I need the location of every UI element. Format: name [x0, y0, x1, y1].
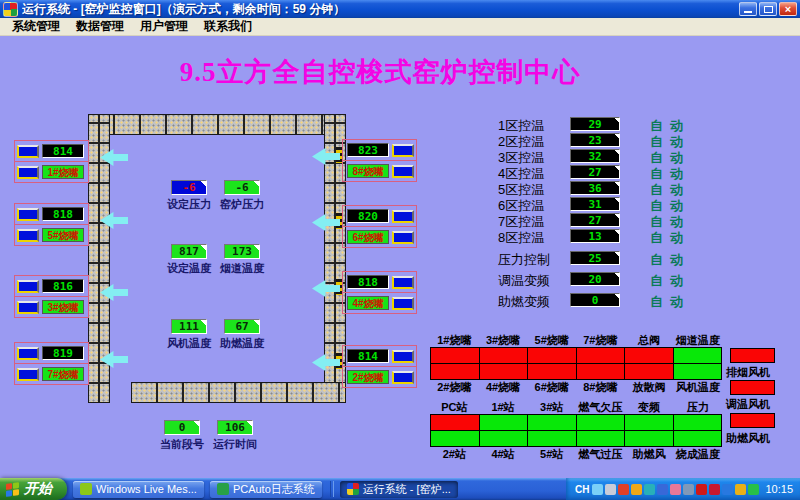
status-cell [673, 364, 723, 380]
tray-icon[interactable] [748, 484, 759, 495]
menu-system-management[interactable]: 系统管理 [4, 18, 68, 35]
minimize-button[interactable] [739, 2, 757, 16]
flue-temp-display: 173 [224, 244, 260, 259]
tray-icon[interactable] [657, 484, 668, 495]
status-cell [479, 431, 529, 447]
tray-icon[interactable] [722, 484, 733, 495]
status-grid-stations: PC站 1#站 3#站 燃气欠压 变频 压力 2#站 4#站 5#站 燃气过压 … [430, 400, 722, 461]
valve-indicator [17, 301, 39, 314]
restore-button[interactable] [759, 2, 777, 16]
status-cell [479, 347, 529, 364]
tray-icon[interactable] [644, 484, 655, 495]
grid-label: 风机温度 [673, 380, 722, 394]
burner-row: 8#烧嘴 [343, 160, 416, 181]
status-cell [527, 364, 577, 380]
grid-label: 4#站 [479, 447, 528, 461]
grid-label: PC站 [430, 400, 479, 414]
tray-icon[interactable] [683, 484, 694, 495]
burner-row: 1#烧嘴 [15, 161, 88, 182]
close-button[interactable]: × [779, 2, 797, 16]
menu-contact-us[interactable]: 联系我们 [196, 18, 260, 35]
burner-row: 7#烧嘴 [15, 363, 88, 384]
tray-icon[interactable] [592, 484, 603, 495]
grid-top-labels: PC站 1#站 3#站 燃气欠压 变频 压力 [430, 400, 722, 414]
taskbar-button-runtime-system[interactable]: 运行系统 - [窑炉... [340, 481, 458, 498]
run-status-readouts: 0当前段号 106运行时间 [160, 420, 257, 452]
taskbar-button-pcauto-log[interactable]: PCAuto日志系统 [210, 481, 322, 498]
grid-label: 2#烧嘴 [430, 380, 479, 394]
status-cell [430, 431, 480, 447]
burner-temp-display: 820 [347, 209, 389, 223]
control-row-zone-4: 4区控温27自 动 [498, 165, 730, 181]
burner-row: 814 [15, 141, 88, 161]
burner-temp-display: 814 [42, 144, 84, 158]
current-segment-label: 当前段号 [160, 437, 204, 452]
messenger-icon [80, 483, 92, 495]
menu-data-management[interactable]: 数据管理 [68, 18, 132, 35]
tray-icon[interactable] [670, 484, 681, 495]
tray-icon[interactable] [735, 484, 746, 495]
status-cell [576, 347, 626, 364]
tray-icon[interactable] [709, 484, 720, 495]
status-cell [624, 364, 674, 380]
windows-logo-icon [6, 482, 19, 497]
valve-indicator [17, 280, 39, 293]
auto-mode-toggle[interactable]: 自 动 [650, 229, 683, 247]
control-row-zone-8: 8区控温13自 动 [498, 229, 730, 245]
valve-indicator [17, 166, 39, 179]
control-label: 助燃变频 [498, 293, 550, 311]
grid-label: 7#烧嘴 [576, 333, 625, 347]
status-cell [430, 364, 480, 380]
grid-label: 2#站 [430, 447, 479, 461]
fan-temp-display: 111 [171, 319, 207, 334]
control-value-display: 0 [570, 293, 620, 307]
tray-icon[interactable] [631, 484, 642, 495]
tray-icon[interactable] [605, 484, 616, 495]
burner-unit-right-2: 820 6#烧嘴 [342, 205, 417, 248]
valve-indicator [392, 231, 414, 244]
taskbar-separator [330, 481, 334, 497]
status-cell [576, 414, 626, 431]
fan-indicator-exhaust [730, 348, 775, 363]
burner-name-label: 5#烧嘴 [42, 228, 84, 242]
fan-indicator-tempering [730, 380, 775, 395]
language-indicator[interactable]: CH [575, 484, 589, 495]
status-cell [576, 364, 626, 380]
grid-label: 3#站 [527, 400, 576, 414]
tray-icon[interactable] [696, 484, 707, 495]
auto-mode-toggle[interactable]: 自 动 [650, 293, 683, 311]
grid-label: 8#烧嘴 [576, 380, 625, 394]
page-title: 9.5立方全自控梭式窑炉控制中心 [160, 54, 600, 90]
valve-indicator [17, 208, 39, 221]
menu-bar: 系统管理 数据管理 用户管理 联系我们 [0, 18, 800, 36]
burner-row: 5#烧嘴 [15, 224, 88, 245]
app-icon [3, 2, 18, 17]
start-label: 开始 [24, 480, 52, 498]
start-button[interactable]: 开始 [0, 478, 67, 500]
zone-value-display: 31 [570, 197, 620, 211]
comb-temp-display: 67 [224, 319, 260, 334]
auto-mode-toggle[interactable]: 自 动 [650, 272, 683, 290]
burner-row: 818 [343, 272, 416, 292]
pressure-readouts: -6设定压力 -6窑炉压力 [167, 180, 264, 212]
menu-user-management[interactable]: 用户管理 [132, 18, 196, 35]
taskbar-clock[interactable]: 10:15 [765, 483, 793, 495]
status-cell [430, 347, 480, 364]
burner-unit-left-1: 814 1#烧嘴 [14, 140, 89, 183]
burner-row: 816 [15, 276, 88, 296]
window-titlebar: 运行系统 - [窑炉监控窗口]（演示方式，剩余时间：59 分钟） × [0, 0, 800, 18]
burner-temp-display: 818 [42, 207, 84, 221]
burner-unit-left-3: 816 3#烧嘴 [14, 275, 89, 318]
auto-mode-toggle[interactable]: 自 动 [650, 251, 683, 269]
grid-label: 燃气过压 [576, 447, 625, 461]
fan-label-combustion: 助燃风机 [726, 431, 782, 446]
tray-icon[interactable] [618, 484, 629, 495]
taskbar-button-messenger[interactable]: Windows Live Mes... [73, 481, 204, 498]
fan-temp-label: 风机温度 [167, 336, 211, 351]
valve-indicator [392, 165, 414, 178]
status-cell [527, 347, 577, 364]
grid-bottom-labels: 2#烧嘴 4#烧嘴 6#烧嘴 8#烧嘴 放散阀 风机温度 [430, 380, 722, 394]
grid-label: 烟道温度 [673, 333, 722, 347]
taskbar-button-label: Windows Live Mes... [96, 483, 197, 495]
fan-label-exhaust: 排烟风机 [726, 365, 782, 380]
